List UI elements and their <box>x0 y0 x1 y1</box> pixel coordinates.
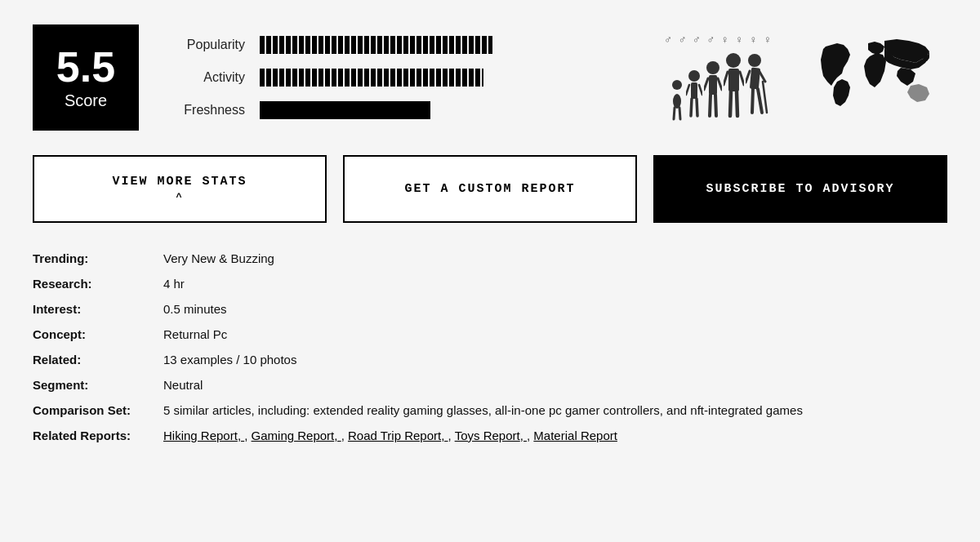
svg-line-26 <box>746 71 750 82</box>
silhouette-adult <box>724 52 744 122</box>
svg-line-8 <box>686 85 689 95</box>
score-box: 5.5 Score <box>33 24 139 131</box>
stat-val-segment: Neutral <box>163 378 947 392</box>
svg-rect-11 <box>709 75 717 95</box>
stat-key-related-reports: Related Reports: <box>33 429 163 442</box>
svg-line-12 <box>710 95 710 116</box>
score-label: Score <box>65 91 107 110</box>
bar-row-popularity: Popularity <box>172 36 621 54</box>
svg-point-4 <box>688 70 700 82</box>
svg-line-19 <box>737 91 737 116</box>
bar-track-activity <box>260 69 570 87</box>
stat-row-related-reports: Related Reports: Hiking Report, Gaming R… <box>33 423 947 448</box>
bar-track-popularity <box>260 36 570 54</box>
stat-val-related-reports: Hiking Report, Gaming Report, Road Trip … <box>163 429 947 442</box>
score-number: 5.5 <box>56 46 115 88</box>
subscribe-advisory-button[interactable]: SUBSCRIBE TO ADVISORY <box>653 155 947 223</box>
link-toys-report[interactable]: Toys Report <box>455 429 527 442</box>
svg-point-22 <box>748 54 761 67</box>
stat-val-concept: Returnal Pc <box>163 327 947 341</box>
svg-line-15 <box>718 78 722 90</box>
svg-line-21 <box>740 72 744 85</box>
stats-table: Trending: Very New & Buzzing Research: 4… <box>33 246 947 448</box>
svg-point-0 <box>672 80 682 90</box>
stat-val-interest: 0.5 minutes <box>163 302 947 316</box>
silhouette-teen <box>704 60 722 122</box>
svg-rect-17 <box>728 69 739 91</box>
get-custom-report-label: GET A CUSTOM REPORT <box>404 182 575 196</box>
get-custom-report-button[interactable]: GET A CUSTOM REPORT <box>343 155 637 223</box>
link-hiking-report[interactable]: Hiking Report <box>163 429 244 442</box>
world-map <box>819 37 946 118</box>
stat-row-related: Related: 13 examples / 10 photos <box>33 347 947 372</box>
svg-line-20 <box>724 72 728 85</box>
subscribe-advisory-label: SUBSCRIBE TO ADVISORY <box>706 182 894 196</box>
buttons-section: VIEW MORE STATS ^ GET A CUSTOM REPORT SU… <box>33 155 947 223</box>
stat-key-research: Research: <box>33 277 163 291</box>
stat-row-trending: Trending: Very New & Buzzing <box>33 246 947 271</box>
link-road-trip-report[interactable]: Road Trip Report <box>348 429 448 442</box>
stat-val-research: 4 hr <box>163 277 947 291</box>
age-silhouettes <box>670 52 768 122</box>
stat-row-research: Research: 4 hr <box>33 271 947 296</box>
stat-val-comparison-set: 5 similar articles, including: extended … <box>163 403 947 417</box>
svg-line-18 <box>730 91 731 116</box>
stat-key-related: Related: <box>33 353 163 367</box>
bar-label-freshness: Freshness <box>172 103 245 118</box>
gender-age-icons: ♂ ♂ ♂ ♂ ♀ ♀ ♀ ♀ <box>653 33 784 122</box>
silhouette-baby <box>670 77 684 122</box>
svg-line-24 <box>752 88 753 113</box>
stat-val-trending: Very New & Buzzing <box>163 251 947 265</box>
svg-rect-5 <box>691 82 697 99</box>
view-more-stats-button[interactable]: VIEW MORE STATS ^ <box>33 155 327 223</box>
stat-row-segment: Segment: Neutral <box>33 372 947 398</box>
top-section: 5.5 Score Popularity Activity Freshness <box>33 24 947 131</box>
chevron-up-icon: ^ <box>176 192 183 203</box>
svg-point-1 <box>673 94 681 109</box>
svg-line-14 <box>704 78 708 90</box>
svg-line-7 <box>697 99 697 116</box>
stat-key-trending: Trending: <box>33 251 163 265</box>
bar-row-activity: Activity <box>172 69 621 87</box>
bars-section: Popularity Activity Freshness <box>172 36 621 119</box>
stat-key-segment: Segment: <box>33 378 163 392</box>
svg-line-9 <box>699 85 702 95</box>
bar-fill-freshness <box>260 101 430 119</box>
svg-point-10 <box>706 61 719 74</box>
silhouette-child <box>686 69 702 122</box>
bar-track-freshness <box>260 101 570 119</box>
bar-label-popularity: Popularity <box>172 38 245 52</box>
svg-point-16 <box>726 53 741 68</box>
gender-symbols: ♂ ♂ ♂ ♂ ♀ ♀ ♀ ♀ <box>664 33 773 46</box>
world-map-area <box>817 37 947 118</box>
bar-label-activity: Activity <box>172 70 245 85</box>
bar-stripes-popularity <box>260 36 570 54</box>
view-more-stats-label: VIEW MORE STATS <box>112 175 247 189</box>
stat-val-related: 13 examples / 10 photos <box>163 353 947 367</box>
svg-line-25 <box>758 89 762 113</box>
bar-stripes-activity <box>260 69 570 87</box>
stat-row-concept: Concept: Returnal Pc <box>33 322 947 347</box>
stat-row-comparison-set: Comparison Set: 5 similar articles, incl… <box>33 398 947 423</box>
link-material-report[interactable]: Material Report <box>533 429 617 442</box>
svg-line-13 <box>715 95 716 116</box>
svg-line-6 <box>691 99 692 116</box>
svg-line-3 <box>679 108 680 119</box>
stat-row-interest: Interest: 0.5 minutes <box>33 296 947 322</box>
link-gaming-report[interactable]: Gaming Report <box>252 429 341 442</box>
bar-row-freshness: Freshness <box>172 101 621 119</box>
svg-line-28 <box>763 82 767 113</box>
stat-key-comparison-set: Comparison Set: <box>33 403 163 417</box>
stat-key-interest: Interest: <box>33 302 163 316</box>
stat-key-concept: Concept: <box>33 327 163 341</box>
svg-line-2 <box>674 108 675 119</box>
silhouette-older-adult <box>746 52 768 122</box>
